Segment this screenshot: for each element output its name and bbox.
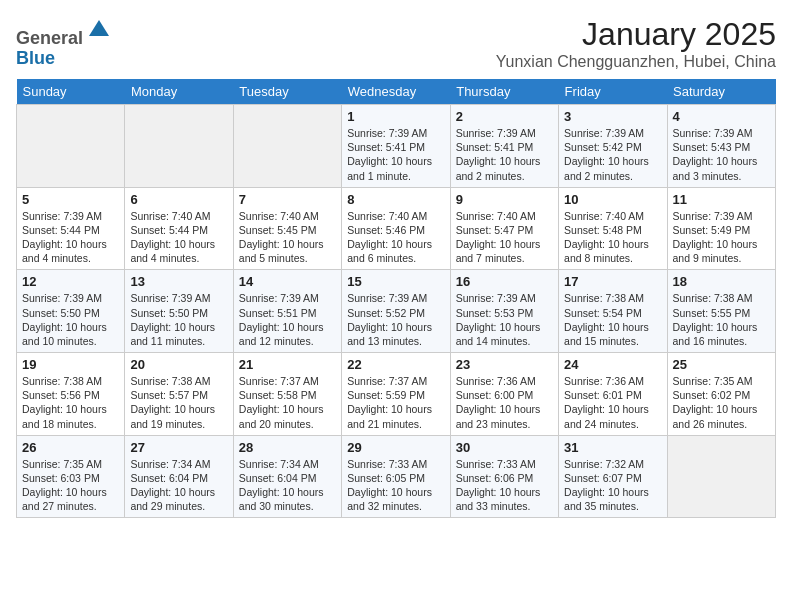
cell-content: Sunrise: 7:39 AMSunset: 5:42 PMDaylight:… (564, 126, 661, 183)
calendar-cell: 10Sunrise: 7:40 AMSunset: 5:48 PMDayligh… (559, 187, 667, 270)
cell-content: Sunrise: 7:38 AMSunset: 5:54 PMDaylight:… (564, 291, 661, 348)
cell-content: Sunrise: 7:38 AMSunset: 5:55 PMDaylight:… (673, 291, 770, 348)
calendar-cell: 31Sunrise: 7:32 AMSunset: 6:07 PMDayligh… (559, 435, 667, 518)
weekday-header-thursday: Thursday (450, 79, 558, 105)
day-number: 31 (564, 440, 661, 455)
calendar-cell: 2Sunrise: 7:39 AMSunset: 5:41 PMDaylight… (450, 105, 558, 188)
cell-content: Sunrise: 7:39 AMSunset: 5:41 PMDaylight:… (347, 126, 444, 183)
calendar-cell: 15Sunrise: 7:39 AMSunset: 5:52 PMDayligh… (342, 270, 450, 353)
cell-content: Sunrise: 7:33 AMSunset: 6:05 PMDaylight:… (347, 457, 444, 514)
calendar-cell: 24Sunrise: 7:36 AMSunset: 6:01 PMDayligh… (559, 353, 667, 436)
weekday-header-monday: Monday (125, 79, 233, 105)
logo-general: General (16, 28, 83, 48)
weekday-header-sunday: Sunday (17, 79, 125, 105)
calendar-cell (17, 105, 125, 188)
day-number: 27 (130, 440, 227, 455)
day-number: 15 (347, 274, 444, 289)
cell-content: Sunrise: 7:39 AMSunset: 5:50 PMDaylight:… (130, 291, 227, 348)
day-number: 19 (22, 357, 119, 372)
svg-marker-0 (89, 20, 109, 36)
calendar-cell: 12Sunrise: 7:39 AMSunset: 5:50 PMDayligh… (17, 270, 125, 353)
calendar-cell: 3Sunrise: 7:39 AMSunset: 5:42 PMDaylight… (559, 105, 667, 188)
calendar-cell: 29Sunrise: 7:33 AMSunset: 6:05 PMDayligh… (342, 435, 450, 518)
day-number: 13 (130, 274, 227, 289)
day-number: 8 (347, 192, 444, 207)
calendar-cell: 6Sunrise: 7:40 AMSunset: 5:44 PMDaylight… (125, 187, 233, 270)
day-number: 10 (564, 192, 661, 207)
calendar-cell: 13Sunrise: 7:39 AMSunset: 5:50 PMDayligh… (125, 270, 233, 353)
cell-content: Sunrise: 7:38 AMSunset: 5:57 PMDaylight:… (130, 374, 227, 431)
cell-content: Sunrise: 7:35 AMSunset: 6:02 PMDaylight:… (673, 374, 770, 431)
weekday-header-wednesday: Wednesday (342, 79, 450, 105)
cell-content: Sunrise: 7:32 AMSunset: 6:07 PMDaylight:… (564, 457, 661, 514)
title-block: January 2025 Yunxian Chengguanzhen, Hube… (496, 16, 776, 71)
logo-icon (85, 16, 113, 44)
calendar-cell: 16Sunrise: 7:39 AMSunset: 5:53 PMDayligh… (450, 270, 558, 353)
cell-content: Sunrise: 7:39 AMSunset: 5:53 PMDaylight:… (456, 291, 553, 348)
cell-content: Sunrise: 7:37 AMSunset: 5:58 PMDaylight:… (239, 374, 336, 431)
cell-content: Sunrise: 7:34 AMSunset: 6:04 PMDaylight:… (239, 457, 336, 514)
day-number: 29 (347, 440, 444, 455)
calendar-cell: 9Sunrise: 7:40 AMSunset: 5:47 PMDaylight… (450, 187, 558, 270)
day-number: 26 (22, 440, 119, 455)
day-number: 25 (673, 357, 770, 372)
calendar-cell: 20Sunrise: 7:38 AMSunset: 5:57 PMDayligh… (125, 353, 233, 436)
day-number: 14 (239, 274, 336, 289)
calendar-cell: 25Sunrise: 7:35 AMSunset: 6:02 PMDayligh… (667, 353, 775, 436)
cell-content: Sunrise: 7:40 AMSunset: 5:48 PMDaylight:… (564, 209, 661, 266)
logo: General Blue (16, 16, 113, 69)
cell-content: Sunrise: 7:39 AMSunset: 5:44 PMDaylight:… (22, 209, 119, 266)
cell-content: Sunrise: 7:38 AMSunset: 5:56 PMDaylight:… (22, 374, 119, 431)
calendar-cell: 5Sunrise: 7:39 AMSunset: 5:44 PMDaylight… (17, 187, 125, 270)
day-number: 17 (564, 274, 661, 289)
weekday-header-friday: Friday (559, 79, 667, 105)
cell-content: Sunrise: 7:40 AMSunset: 5:47 PMDaylight:… (456, 209, 553, 266)
calendar-cell: 14Sunrise: 7:39 AMSunset: 5:51 PMDayligh… (233, 270, 341, 353)
cell-content: Sunrise: 7:39 AMSunset: 5:50 PMDaylight:… (22, 291, 119, 348)
day-number: 21 (239, 357, 336, 372)
weekday-header-saturday: Saturday (667, 79, 775, 105)
calendar-week-3: 12Sunrise: 7:39 AMSunset: 5:50 PMDayligh… (17, 270, 776, 353)
day-number: 16 (456, 274, 553, 289)
month-title: January 2025 (496, 16, 776, 53)
calendar-cell: 8Sunrise: 7:40 AMSunset: 5:46 PMDaylight… (342, 187, 450, 270)
day-number: 3 (564, 109, 661, 124)
cell-content: Sunrise: 7:35 AMSunset: 6:03 PMDaylight:… (22, 457, 119, 514)
day-number: 23 (456, 357, 553, 372)
day-number: 1 (347, 109, 444, 124)
calendar-cell: 27Sunrise: 7:34 AMSunset: 6:04 PMDayligh… (125, 435, 233, 518)
calendar-cell: 19Sunrise: 7:38 AMSunset: 5:56 PMDayligh… (17, 353, 125, 436)
logo-blue: Blue (16, 48, 55, 68)
cell-content: Sunrise: 7:37 AMSunset: 5:59 PMDaylight:… (347, 374, 444, 431)
day-number: 12 (22, 274, 119, 289)
cell-content: Sunrise: 7:40 AMSunset: 5:46 PMDaylight:… (347, 209, 444, 266)
calendar-cell: 17Sunrise: 7:38 AMSunset: 5:54 PMDayligh… (559, 270, 667, 353)
calendar-cell (125, 105, 233, 188)
cell-content: Sunrise: 7:33 AMSunset: 6:06 PMDaylight:… (456, 457, 553, 514)
cell-content: Sunrise: 7:40 AMSunset: 5:45 PMDaylight:… (239, 209, 336, 266)
calendar-week-5: 26Sunrise: 7:35 AMSunset: 6:03 PMDayligh… (17, 435, 776, 518)
day-number: 6 (130, 192, 227, 207)
cell-content: Sunrise: 7:40 AMSunset: 5:44 PMDaylight:… (130, 209, 227, 266)
calendar-cell: 18Sunrise: 7:38 AMSunset: 5:55 PMDayligh… (667, 270, 775, 353)
day-number: 5 (22, 192, 119, 207)
calendar-cell: 1Sunrise: 7:39 AMSunset: 5:41 PMDaylight… (342, 105, 450, 188)
day-number: 24 (564, 357, 661, 372)
calendar-week-4: 19Sunrise: 7:38 AMSunset: 5:56 PMDayligh… (17, 353, 776, 436)
calendar-cell: 23Sunrise: 7:36 AMSunset: 6:00 PMDayligh… (450, 353, 558, 436)
weekday-header-tuesday: Tuesday (233, 79, 341, 105)
day-number: 18 (673, 274, 770, 289)
calendar-cell: 30Sunrise: 7:33 AMSunset: 6:06 PMDayligh… (450, 435, 558, 518)
calendar-cell: 11Sunrise: 7:39 AMSunset: 5:49 PMDayligh… (667, 187, 775, 270)
day-number: 9 (456, 192, 553, 207)
day-number: 2 (456, 109, 553, 124)
calendar-cell: 4Sunrise: 7:39 AMSunset: 5:43 PMDaylight… (667, 105, 775, 188)
day-number: 22 (347, 357, 444, 372)
page-header: General Blue January 2025 Yunxian Chengg… (16, 16, 776, 71)
day-number: 30 (456, 440, 553, 455)
cell-content: Sunrise: 7:39 AMSunset: 5:43 PMDaylight:… (673, 126, 770, 183)
cell-content: Sunrise: 7:39 AMSunset: 5:49 PMDaylight:… (673, 209, 770, 266)
cell-content: Sunrise: 7:39 AMSunset: 5:52 PMDaylight:… (347, 291, 444, 348)
day-number: 28 (239, 440, 336, 455)
calendar-cell: 28Sunrise: 7:34 AMSunset: 6:04 PMDayligh… (233, 435, 341, 518)
